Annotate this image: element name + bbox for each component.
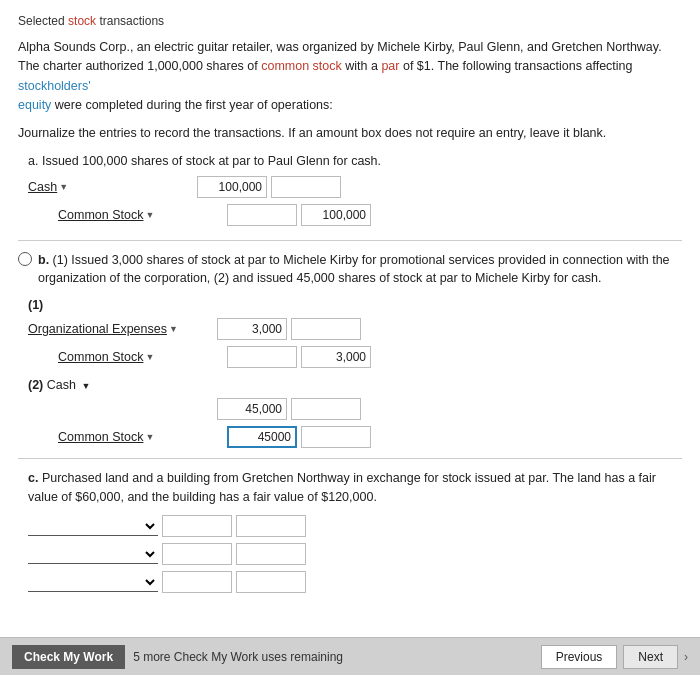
section-c: c. Purchased land and a building from Gr… [18, 469, 682, 593]
next-chevron: › [684, 650, 688, 664]
section-c-debit-1[interactable] [162, 515, 232, 537]
section-c-account-3[interactable] [28, 572, 158, 592]
section-c-credit-3[interactable] [236, 571, 306, 593]
section-c-account-2[interactable] [28, 544, 158, 564]
footer-bar: Check My Work 5 more Check My Work uses … [0, 637, 700, 675]
account-select-common-stock-a[interactable]: Common Stock ▼ [58, 208, 223, 222]
b-circle [18, 252, 32, 266]
common-stock-arrow-b1[interactable]: ▼ [145, 352, 154, 362]
org-expenses-arrow[interactable]: ▼ [169, 324, 178, 334]
check-remaining-text: 5 more Check My Work uses remaining [133, 650, 343, 664]
section-a: a. Issued 100,000 shares of stock at par… [18, 154, 682, 226]
section-c-row-1 [28, 515, 682, 537]
sub1-label: (1) [28, 298, 682, 312]
section-c-debit-2[interactable] [162, 543, 232, 565]
page-header: Selected stock transactions [18, 14, 682, 28]
cash-debit-input[interactable] [197, 176, 267, 198]
section-b-sub2: (2) Cash ▼ Common Stock ▼ [18, 378, 682, 448]
nav-buttons: Previous Next › [541, 645, 688, 669]
description-text: Alpha Sounds Corp., an electric guitar r… [18, 38, 682, 116]
section-c-row-2 [28, 543, 682, 565]
org-expenses-credit[interactable] [291, 318, 361, 340]
section-a-row-2: Common Stock ▼ [28, 204, 682, 226]
sub2-label: (2) Cash ▼ [28, 378, 682, 392]
section-a-text: Issued 100,000 shares of stock at par to… [42, 154, 381, 168]
org-expenses-label: Organizational Expenses [28, 322, 167, 336]
common-stock-select-b1[interactable]: Common Stock ▼ [58, 350, 223, 364]
cash-debit-b2[interactable] [217, 398, 287, 420]
sub1-row-1: Organizational Expenses ▼ [28, 318, 682, 340]
common-stock-debit-b1[interactable] [227, 346, 297, 368]
section-b-header: b. (1) Issued 3,000 shares of stock at p… [18, 251, 682, 299]
cash-credit-b2[interactable] [291, 398, 361, 420]
sub2-row-1 [28, 398, 682, 420]
org-expenses-debit[interactable] [217, 318, 287, 340]
common-stock-arrow-b2[interactable]: ▼ [145, 432, 154, 442]
sub2-cash-arrow[interactable]: ▼ [81, 381, 90, 391]
common-stock-select-b2[interactable]: Common Stock ▼ [58, 430, 223, 444]
sub1-row-2: Common Stock ▼ [28, 346, 682, 368]
section-c-text: c. Purchased land and a building from Gr… [28, 469, 682, 507]
stock-highlight: stock [68, 14, 96, 28]
section-a-label: a. Issued 100,000 shares of stock at par… [28, 154, 682, 168]
cash-credit-input[interactable] [271, 176, 341, 198]
account-select-cash[interactable]: Cash ▼ [28, 180, 193, 194]
section-b-text: b. (1) Issued 3,000 shares of stock at p… [38, 251, 682, 289]
section-c-row-3 [28, 571, 682, 593]
common-stock-label-b2: Common Stock [58, 430, 143, 444]
instruction-text: Journalize the entries to record the tra… [18, 126, 682, 140]
section-b: b. (1) Issued 3,000 shares of stock at p… [18, 251, 682, 449]
common-stock-credit-a[interactable] [301, 204, 371, 226]
cash-account-label: Cash [28, 180, 57, 194]
section-c-debit-3[interactable] [162, 571, 232, 593]
common-stock-credit-b1[interactable] [301, 346, 371, 368]
common-stock-label-b1: Common Stock [58, 350, 143, 364]
section-b-sub1: (1) Organizational Expenses ▼ Common Sto… [18, 298, 682, 368]
section-c-account-1[interactable] [28, 516, 158, 536]
common-stock-extra-b2[interactable] [301, 426, 371, 448]
check-my-work-button[interactable]: Check My Work [12, 645, 125, 669]
section-c-credit-1[interactable] [236, 515, 306, 537]
common-stock-debit-a[interactable] [227, 204, 297, 226]
cash-dropdown-arrow[interactable]: ▼ [59, 182, 68, 192]
org-expenses-select[interactable]: Organizational Expenses ▼ [28, 322, 213, 336]
common-stock-credit-b2[interactable] [227, 426, 297, 448]
section-c-credit-2[interactable] [236, 543, 306, 565]
section-a-row-1: Cash ▼ [28, 176, 682, 198]
common-stock-label-a: Common Stock [58, 208, 143, 222]
sub2-row-2: Common Stock ▼ [28, 426, 682, 448]
next-button[interactable]: Next [623, 645, 678, 669]
common-stock-arrow-a[interactable]: ▼ [145, 210, 154, 220]
previous-button[interactable]: Previous [541, 645, 618, 669]
